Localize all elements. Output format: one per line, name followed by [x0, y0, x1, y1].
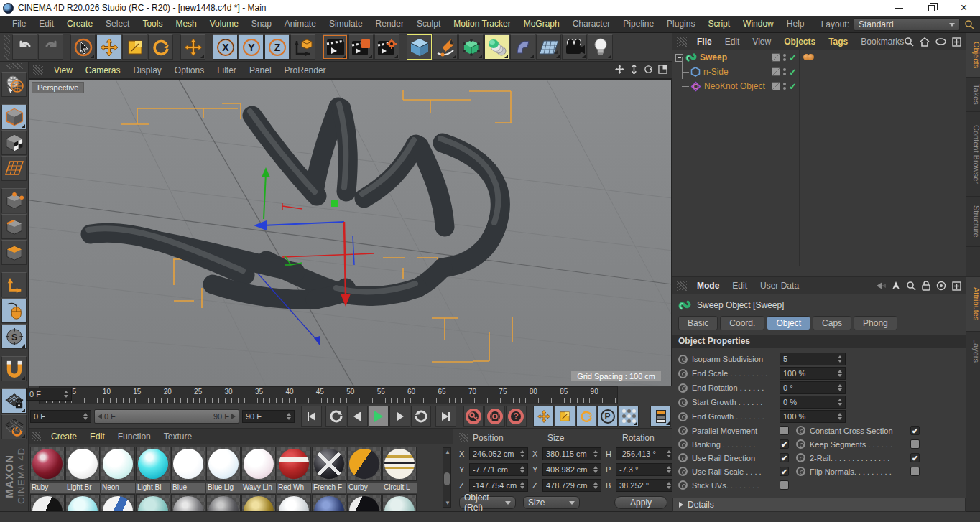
tree-row-sweep[interactable]: Sweep ✓ — [672, 50, 966, 65]
material-wavy-line[interactable]: Wavy Lin — [241, 447, 276, 493]
keep-segments-checkbox[interactable] — [910, 439, 920, 449]
model-mode-button[interactable] — [1, 104, 27, 129]
material-circuit[interactable]: Circuit L — [382, 447, 417, 493]
material-blue-lig[interactable]: Blue Lig — [206, 447, 241, 493]
search-icon[interactable] — [906, 281, 916, 291]
menu-snap[interactable]: Snap — [245, 16, 278, 32]
toggle-panel-icon[interactable] — [658, 65, 667, 74]
apply-button[interactable]: Apply — [614, 496, 667, 509]
key-rotation-button[interactable] — [576, 406, 597, 427]
material-menu-edit[interactable]: Edit — [83, 432, 111, 442]
size-y-field[interactable]: 408.982 cm — [542, 463, 601, 476]
keyframe-selection-button[interactable]: ? — [506, 406, 527, 427]
attribute-manager-grip[interactable] — [677, 281, 687, 291]
position-z-field[interactable]: -147.754 cm — [469, 479, 528, 492]
spline-pen-button[interactable] — [433, 34, 458, 60]
object-mode-dropdown[interactable]: Object (Rel) — [459, 496, 516, 509]
timeline-ruler[interactable]: 051015202530354045505560657075808590 0 F — [29, 386, 672, 404]
layer-icon[interactable] — [772, 53, 780, 62]
visibility-dots-icon[interactable] — [783, 54, 786, 61]
goto-start-button[interactable] — [301, 406, 322, 427]
menu-file[interactable]: File — [6, 16, 32, 32]
two-rail-checkbox[interactable]: ✔ — [910, 453, 920, 462]
visibility-dots-icon[interactable] — [783, 68, 786, 75]
floor-environment-button[interactable] — [536, 34, 561, 60]
menu-mesh[interactable]: Mesh — [169, 16, 203, 32]
render-to-picture-viewer-button[interactable] — [348, 34, 374, 60]
keyframe-circle-icon[interactable] — [796, 439, 805, 449]
preview-range-slider[interactable]: 0 F 90 F — [94, 409, 239, 424]
goto-end-button[interactable] — [435, 406, 456, 427]
previous-frame-button[interactable] — [347, 406, 368, 427]
tab-layers[interactable]: Layers — [966, 332, 980, 370]
tree-row-nside[interactable]: n-Side ✓ — [672, 65, 966, 79]
flip-normals-checkbox[interactable] — [910, 467, 920, 476]
material-grip[interactable] — [32, 432, 41, 441]
end-frame-field[interactable]: 90 F — [242, 410, 295, 423]
home-icon[interactable] — [920, 37, 930, 47]
make-editable-button[interactable] — [1, 72, 27, 97]
play-backwards-button[interactable] — [325, 406, 346, 427]
viewport-menu-filter[interactable]: Filter — [211, 65, 243, 75]
spinner-icon[interactable] — [64, 391, 68, 398]
viewport-menu-display[interactable]: Display — [126, 65, 167, 75]
tag-icons[interactable] — [803, 52, 814, 62]
rotation-b-field[interactable]: 38.252 ° — [616, 479, 675, 492]
material-menu-texture[interactable]: Texture — [157, 432, 198, 442]
keyframe-circle-icon[interactable] — [796, 467, 805, 476]
menu-sculpt[interactable]: Sculpt — [410, 16, 447, 32]
menu-simulate[interactable]: Simulate — [323, 16, 369, 32]
enabled-check-icon[interactable]: ✓ — [789, 81, 797, 92]
coordinate-system-button[interactable] — [290, 34, 315, 60]
render-view-button[interactable] — [323, 34, 348, 60]
layer-icon[interactable] — [772, 82, 780, 90]
om-menu-edit[interactable]: Edit — [718, 37, 746, 47]
search-icon[interactable] — [964, 19, 974, 29]
material-row-2[interactable] — [29, 493, 453, 511]
enabled-check-icon[interactable]: ✓ — [789, 67, 797, 78]
tab-caps[interactable]: Caps — [813, 316, 851, 330]
tab-basic[interactable]: Basic — [678, 316, 718, 330]
texture-mode-button[interactable] — [1, 130, 27, 155]
sweep-generator-button[interactable] — [484, 34, 509, 60]
last-tool-button[interactable] — [180, 34, 205, 60]
keyframe-circle-icon[interactable] — [678, 355, 688, 364]
position-y-field[interactable]: -7.771 cm — [469, 463, 528, 476]
menu-select[interactable]: Select — [99, 16, 136, 32]
rotation-h-field[interactable]: -256.413 ° — [616, 447, 675, 460]
am-menu-userdata[interactable]: User Data — [754, 281, 805, 291]
record-keyframe-button[interactable] — [463, 406, 484, 427]
tab-structure[interactable]: Structure — [966, 197, 980, 247]
menu-character[interactable]: Character — [566, 16, 617, 32]
menu-window[interactable]: Window — [736, 16, 780, 32]
keyframe-circle-icon[interactable] — [678, 369, 688, 378]
om-menu-tags[interactable]: Tags — [822, 37, 854, 47]
deformer-button[interactable] — [510, 34, 535, 60]
timeline-window-button[interactable] — [650, 406, 671, 427]
material-curby[interactable]: Curby — [347, 447, 382, 493]
edges-mode-button[interactable] — [1, 214, 27, 239]
menu-edit[interactable]: Edit — [32, 16, 60, 32]
tab-attributes[interactable]: Attributes — [966, 277, 980, 332]
keyframe-circle-icon[interactable] — [678, 398, 688, 407]
history-back-icon[interactable] — [876, 281, 886, 290]
polygons-mode-button[interactable] — [1, 240, 27, 265]
rotate-view-icon[interactable] — [644, 65, 653, 74]
scale-tool-button[interactable] — [122, 34, 147, 60]
layer-icon[interactable] — [772, 67, 780, 76]
viewport-menu-options[interactable]: Options — [168, 65, 211, 75]
add-panel-icon[interactable] — [952, 281, 961, 291]
camera-label[interactable]: Perspective — [32, 82, 84, 93]
eye-icon[interactable] — [935, 38, 946, 45]
details-expander[interactable]: Details — [672, 498, 966, 512]
enabled-check-icon[interactable]: ✓ — [789, 52, 797, 63]
play-forwards-button[interactable] — [411, 406, 432, 427]
end-scale-field[interactable]: 100 % — [780, 367, 846, 380]
tree-row-neoknot[interactable]: NeoKnot Object ✓ — [672, 79, 966, 93]
visibility-dots-icon[interactable] — [783, 83, 786, 90]
undo-button[interactable] — [12, 34, 37, 60]
menu-script[interactable]: Script — [701, 16, 736, 32]
keyframe-circle-icon[interactable] — [678, 439, 688, 449]
key-pla-button[interactable] — [619, 406, 639, 427]
current-frame-field[interactable]: 0 F — [26, 388, 72, 401]
